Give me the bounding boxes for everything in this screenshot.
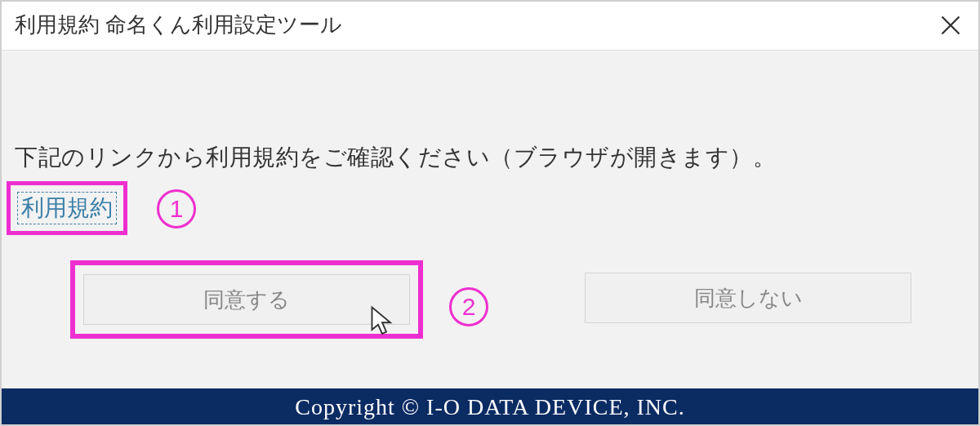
annotation-highlight-2: 同意する — [70, 260, 423, 339]
window-title: 利用規約 命名くん利用設定ツール — [15, 11, 342, 39]
annotation-step-1: 1 — [157, 189, 196, 229]
close-button[interactable] — [921, 0, 980, 51]
step-number-1: 1 — [157, 189, 196, 229]
dialog-window: 利用規約 命名くん利用設定ツール 下記のリンクから利用規約をご確認ください（ブラ… — [0, 0, 980, 426]
decline-button[interactable]: 同意しない — [585, 273, 911, 323]
close-icon — [939, 14, 962, 37]
annotation-step-2: 2 — [449, 287, 488, 326]
terms-of-use-link[interactable]: 利用規約 — [17, 192, 117, 224]
titlebar: 利用規約 命名くん利用設定ツール — [0, 0, 980, 51]
annotation-highlight-1: 利用規約 — [7, 181, 127, 235]
agree-button[interactable]: 同意する — [83, 274, 410, 325]
step-number-2: 2 — [449, 287, 488, 326]
dialog-content: 下記のリンクから利用規約をご確認ください（ブラウザが開きます）。 利用規約 1 … — [0, 51, 980, 388]
copyright-footer: Copyright © I-O DATA DEVICE, INC. — [0, 388, 980, 426]
instruction-text: 下記のリンクから利用規約をご確認ください（ブラウザが開きます）。 — [15, 142, 776, 173]
